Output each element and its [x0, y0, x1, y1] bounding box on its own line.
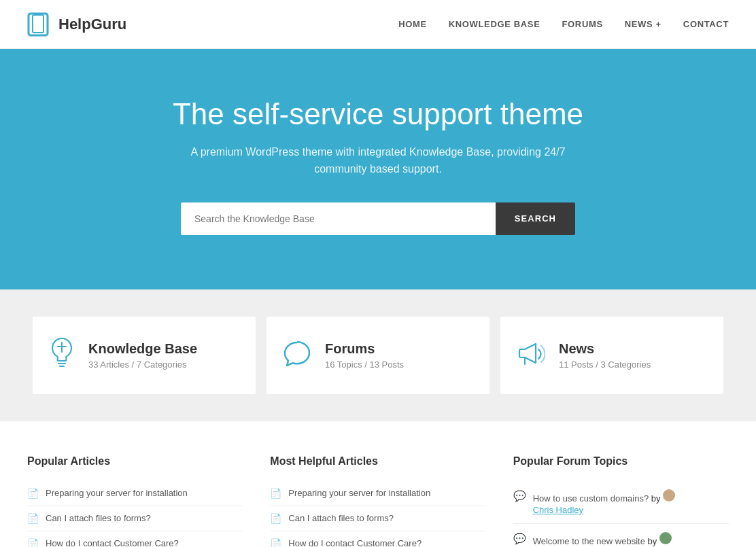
- site-header: HelpGuru HOME KNOWLEDGE BASE FORUMS NEWS…: [0, 0, 756, 49]
- nav-contact[interactable]: CONTACT: [683, 19, 729, 29]
- hero-title: The self-service support theme: [27, 96, 729, 133]
- forum-by: by: [651, 493, 663, 504]
- hero-section: The self-service support theme A premium…: [0, 49, 756, 289]
- avatar: [663, 489, 675, 501]
- list-item[interactable]: 📄 Can I attach files to forms?: [27, 506, 243, 531]
- search-input[interactable]: [181, 202, 496, 235]
- stat-title-news: News: [559, 341, 651, 357]
- popular-articles-list: 📄 Preparing your server for installation…: [27, 481, 243, 547]
- document-icon: 📄: [27, 538, 39, 547]
- stat-detail-knowledge-base: 33 Articles / 7 Categories: [88, 359, 197, 370]
- bottom-section: Popular Articles 📄 Preparing your server…: [0, 421, 756, 547]
- nav-news[interactable]: NEWS +: [625, 19, 662, 29]
- stats-section: Knowledge Base 33 Articles / 7 Categorie…: [0, 289, 756, 421]
- stat-title-forums: Forums: [325, 341, 404, 357]
- article-label: Preparing your server for installation: [288, 488, 430, 498]
- article-label: How do I contact Customer Care?: [46, 538, 179, 547]
- lightbulb-icon: [49, 337, 75, 374]
- stat-info-news: News 11 Posts / 3 Categories: [559, 341, 651, 370]
- popular-articles-heading: Popular Articles: [27, 455, 243, 467]
- forum-author-link[interactable]: Chris Hadley: [533, 505, 583, 515]
- popular-articles-col: Popular Articles 📄 Preparing your server…: [27, 455, 243, 547]
- stat-info-forums: Forums 16 Topics / 13 Posts: [325, 341, 404, 370]
- stat-title-knowledge-base: Knowledge Base: [88, 341, 197, 357]
- forum-title: How to use custom domains?: [533, 493, 649, 504]
- helpful-articles-col: Most Helpful Articles 📄 Preparing your s…: [270, 455, 485, 547]
- forum-title: Welcome to the new website: [533, 536, 645, 546]
- article-label: Preparing your server for installation: [46, 488, 188, 498]
- article-label: How do I contact Customer Care?: [288, 538, 422, 547]
- nav-forums[interactable]: FORUMS: [562, 19, 603, 29]
- megaphone-icon: [517, 340, 545, 371]
- search-bar: SEARCH: [181, 202, 575, 235]
- stat-card-knowledge-base[interactable]: Knowledge Base 33 Articles / 7 Categorie…: [33, 317, 256, 394]
- article-label: Can I attach files to forms?: [46, 513, 151, 523]
- chat-bubble-icon: 💬: [513, 490, 526, 502]
- list-item[interactable]: 📄 Can I attach files to forms?: [270, 506, 485, 531]
- helpful-articles-heading: Most Helpful Articles: [270, 455, 485, 467]
- forum-topics-heading: Popular Forum Topics: [513, 455, 729, 467]
- stat-detail-forums: 16 Topics / 13 Posts: [325, 359, 404, 370]
- main-nav: HOME KNOWLEDGE BASE FORUMS NEWS + CONTAC…: [398, 19, 729, 29]
- document-icon: 📄: [270, 513, 281, 524]
- forum-topics-col: Popular Forum Topics 💬 How to use custom…: [513, 455, 729, 547]
- forum-by: by: [648, 536, 659, 546]
- stat-info-knowledge-base: Knowledge Base 33 Articles / 7 Categorie…: [88, 341, 197, 370]
- document-icon: 📄: [27, 488, 39, 499]
- list-item[interactable]: 💬 How to use custom domains? by Chris Ha…: [513, 481, 729, 525]
- logo-text: HelpGuru: [58, 16, 126, 33]
- helpful-articles-list: 📄 Preparing your server for installation…: [270, 481, 485, 547]
- nav-knowledge-base[interactable]: KNOWLEDGE BASE: [449, 19, 540, 29]
- list-item[interactable]: 📄 How do I contact Customer Care?: [27, 531, 243, 547]
- avatar: [659, 532, 672, 544]
- search-button[interactable]: SEARCH: [496, 202, 575, 235]
- document-icon: 📄: [270, 488, 281, 499]
- logo[interactable]: HelpGuru: [27, 12, 126, 37]
- stat-card-forums[interactable]: Forums 16 Topics / 13 Posts: [267, 317, 489, 394]
- forum-topics-list: 💬 How to use custom domains? by Chris Ha…: [513, 481, 729, 547]
- stat-detail-news: 11 Posts / 3 Categories: [559, 359, 651, 370]
- list-item[interactable]: 📄 How do I contact Customer Care?: [270, 531, 485, 547]
- list-item[interactable]: 📄 Preparing your server for installation: [27, 481, 243, 506]
- logo-icon: [27, 12, 52, 37]
- forum-content: How to use custom domains? by Chris Hadl…: [533, 489, 729, 516]
- list-item[interactable]: 📄 Preparing your server for installation: [270, 481, 485, 506]
- nav-home[interactable]: HOME: [398, 19, 427, 29]
- svg-rect-1: [33, 15, 44, 33]
- hero-subtitle: A premium WordPress theme with integrate…: [188, 143, 568, 178]
- chat-icon: [283, 340, 311, 371]
- list-item[interactable]: 💬 Welcome to the new website by Roger Wi…: [513, 524, 729, 547]
- forum-content: Welcome to the new website by Roger Wilf…: [533, 532, 729, 547]
- document-icon: 📄: [27, 513, 39, 524]
- document-icon: 📄: [270, 538, 281, 547]
- stat-card-news[interactable]: News 11 Posts / 3 Categories: [500, 317, 723, 394]
- article-label: Can I attach files to forms?: [288, 513, 394, 523]
- chat-bubble-icon: 💬: [513, 533, 526, 545]
